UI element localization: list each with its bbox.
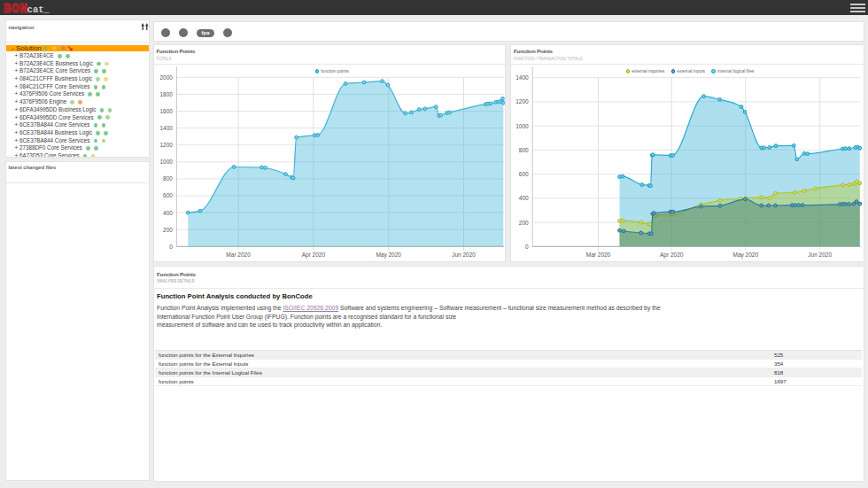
svg-text:1400: 1400	[159, 125, 173, 131]
svg-text:1000: 1000	[515, 123, 529, 129]
svg-text:800: 800	[163, 175, 173, 182]
svg-text:May 2020: May 2020	[376, 252, 401, 259]
svg-text:Mar 2020: Mar 2020	[586, 252, 611, 258]
svg-text:600: 600	[519, 171, 529, 177]
svg-text:400: 400	[163, 210, 173, 216]
svg-text:Apr 2020: Apr 2020	[301, 252, 325, 259]
svg-text:1200: 1200	[159, 142, 173, 148]
svg-text:Jun 2020: Jun 2020	[808, 252, 832, 258]
svg-text:0: 0	[169, 244, 173, 250]
svg-text:200: 200	[519, 220, 529, 226]
svg-text:1000: 1000	[159, 159, 173, 165]
svg-text:1800: 1800	[159, 91, 173, 97]
svg-text:1200: 1200	[515, 98, 529, 105]
svg-text:200: 200	[163, 227, 173, 233]
svg-text:1400: 1400	[515, 74, 529, 81]
svg-text:0: 0	[525, 244, 529, 250]
svg-text:600: 600	[163, 192, 173, 198]
svg-text:May 2020: May 2020	[733, 252, 759, 259]
svg-text:2000: 2000	[159, 74, 173, 81]
svg-text:Jun 2020: Jun 2020	[452, 252, 476, 258]
svg-text:1600: 1600	[159, 108, 173, 114]
svg-text:Mar 2020: Mar 2020	[226, 252, 251, 258]
svg-text:800: 800	[519, 147, 529, 153]
svg-text:400: 400	[519, 195, 529, 201]
svg-text:Apr 2020: Apr 2020	[660, 252, 684, 259]
